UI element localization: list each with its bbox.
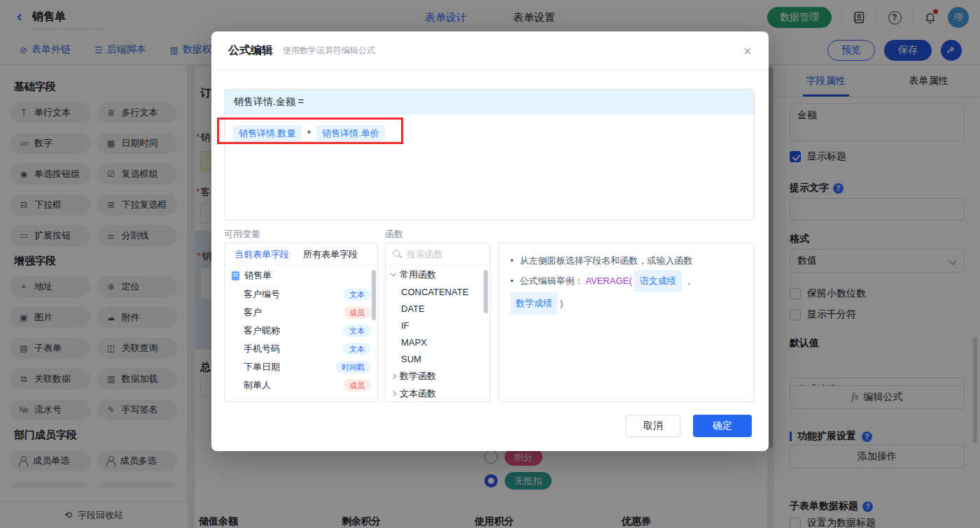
function-group-math[interactable]: 数学函数 — [386, 367, 489, 385]
functions-scrollbar[interactable] — [484, 270, 488, 313]
modal-title: 公式编辑 — [228, 43, 273, 58]
search-icon — [393, 250, 402, 259]
formula-editor[interactable]: 销售详情.金额 = 销售详情.数量 * 销售详情.单价 — [224, 89, 755, 220]
modal-subtitle: 使用数学运算符编辑公式 — [283, 45, 375, 57]
function-item[interactable]: SUM — [386, 350, 489, 367]
formula-target: 销售详情.金额 = — [225, 90, 754, 115]
type-badge: 成员 — [343, 379, 371, 392]
form-doc-icon — [232, 271, 239, 280]
tip-line-1: • 从左侧面板选择字段名和函数，或输入函数 — [510, 252, 743, 270]
chevron-right-icon — [391, 373, 396, 378]
function-group-common[interactable]: 常用函数 — [386, 266, 489, 283]
type-badge: 文本 — [343, 343, 371, 355]
bullet-icon: • — [510, 252, 514, 270]
function-group-text[interactable]: 文本函数 — [386, 385, 489, 402]
formula-token-price[interactable]: 销售详情.单价 — [316, 125, 385, 142]
formula-token-quantity[interactable]: 销售详情.数量 — [233, 125, 302, 142]
formula-edit-modal: 公式编辑 使用数学运算符编辑公式 × 销售详情.金额 = 销售详情.数量 * 销… — [211, 31, 769, 451]
function-item[interactable]: DATE — [386, 300, 489, 317]
tips-panel: • 从左侧面板选择字段名和函数，或输入函数 • 公式编辑举例： AVERAGE(… — [498, 243, 755, 402]
cancel-button[interactable]: 取消 — [626, 415, 680, 437]
variable-item[interactable]: 客户昵称文本 — [225, 322, 377, 340]
variables-scrollbar[interactable] — [372, 270, 376, 320]
tab-all-form-fields[interactable]: 所有表单字段 — [303, 248, 358, 261]
variables-label: 可用变量 — [224, 228, 260, 241]
function-item[interactable]: IF — [386, 317, 489, 334]
function-name-text: AVERAGE( — [586, 272, 632, 290]
tip-line-2: • 公式编辑举例： AVERAGE( 语文成绩 ， 数学成绩 ) — [510, 270, 743, 315]
bullet-icon: • — [510, 272, 514, 290]
variables-panel: 当前表单字段 所有表单字段 销售单 客户编号文本 客户成员 客户昵称文本 手机号… — [224, 243, 378, 402]
variable-item[interactable]: 客户成员 — [225, 304, 377, 322]
function-item[interactable]: CONCATENATE — [386, 283, 489, 300]
function-item[interactable]: MAPX — [386, 334, 489, 350]
type-badge: 时间戳 — [335, 361, 371, 373]
variable-item[interactable]: 制单人成员 — [225, 376, 377, 394]
type-badge: 文本 — [343, 324, 371, 337]
confirm-button[interactable]: 确定 — [693, 415, 752, 437]
function-close-text: ) — [560, 294, 563, 313]
type-badge: 文本 — [343, 288, 371, 301]
chevron-down-icon — [391, 271, 396, 276]
variable-item[interactable]: 客户编号文本 — [225, 285, 377, 304]
type-badge: 成员 — [343, 306, 371, 319]
functions-panel: 搜索函数 常用函数 CONCATENATE DATE IF MAPX SUM 数… — [385, 243, 490, 402]
chevron-right-icon — [391, 390, 396, 396]
functions-label: 函数 — [385, 228, 403, 241]
tab-current-form-fields[interactable]: 当前表单字段 — [234, 248, 289, 261]
variable-tree-root[interactable]: 销售单 — [225, 266, 377, 285]
function-search-input[interactable]: 搜索函数 — [386, 243, 489, 266]
example-chip: 数学成绩 — [510, 292, 558, 315]
variable-item[interactable]: 下单日期时间戳 — [225, 358, 377, 376]
close-icon[interactable]: × — [743, 43, 752, 58]
search-placeholder: 搜索函数 — [407, 248, 443, 261]
variable-item[interactable]: 手机号码文本 — [225, 340, 377, 358]
formula-operator: * — [307, 128, 311, 139]
example-chip: 语文成绩 — [634, 270, 682, 292]
